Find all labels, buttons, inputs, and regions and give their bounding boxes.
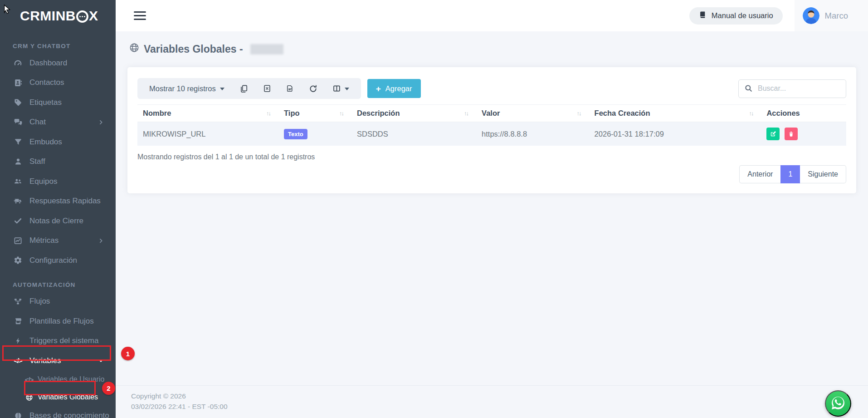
column-header-tipo[interactable]: Tipo↑↓ — [278, 105, 351, 122]
search-input[interactable] — [738, 79, 846, 98]
datetime-text: 03/02/2026 22:41 - EST -05:00 — [131, 402, 856, 412]
gauge-icon — [13, 59, 23, 67]
cell-nombre: MIKROWISP_URL — [137, 122, 278, 146]
tipo-badge: Texto — [284, 129, 307, 139]
fast-truck-icon — [13, 197, 23, 206]
logo-suffix: X — [89, 8, 98, 24]
table-header-row: Nombre↑↓ Tipo↑↓ Descripción↑↓ Valor↑↓ Fe… — [137, 105, 846, 122]
manual-de-usuario-button[interactable]: Manual de usuario — [689, 7, 783, 25]
user-menu[interactable]: Marco — [795, 0, 868, 31]
sidebar-item-embudos[interactable]: Embudos — [0, 132, 116, 152]
page-footer: Copyright © 2026 03/02/2026 22:41 - EST … — [116, 385, 868, 418]
sidebar-section-crm: CRM Y CHATBOT — [0, 32, 116, 53]
tag-icon — [13, 98, 23, 107]
page-content: Variables Globales - Mostrar 10 registro… — [116, 31, 868, 418]
funnel-icon — [13, 138, 23, 146]
records-summary: Mostrando registros del 1 al 1 de un tot… — [137, 153, 846, 161]
hamburger-menu-icon[interactable] — [134, 9, 146, 22]
export-excel-button[interactable] — [263, 84, 271, 93]
copy-button[interactable] — [239, 84, 248, 93]
gear-icon — [13, 256, 23, 265]
sidebar-item-chat[interactable]: Chat — [0, 113, 116, 133]
toolbar-button-group: Mostrar 10 registros — [137, 78, 361, 99]
agregar-button[interactable]: + Agregar — [367, 79, 421, 98]
sidebar-item-contactos[interactable]: Contactos — [0, 73, 116, 93]
show-records-dropdown[interactable]: Mostrar 10 registros — [149, 84, 224, 93]
code-icon: </> — [24, 376, 34, 384]
sidebar-item-bases-conocimiento[interactable]: Bases de conocimiento — [0, 406, 116, 418]
logo-prefix: CRMINB — [20, 8, 76, 24]
cell-valor: https://8.8.8.8 — [476, 122, 589, 146]
column-header-fecha[interactable]: Fecha Creación↑↓ — [589, 105, 761, 122]
variables-card: Mostrar 10 registros + Agregar — [127, 67, 856, 193]
sidebar-item-notas-de-cierre[interactable]: Notas de Cierre — [0, 211, 116, 231]
code-icon: </> — [13, 357, 23, 364]
app-logo-text: CRMINBX — [20, 8, 98, 24]
search-box — [738, 79, 846, 98]
sidebar-item-staff[interactable]: Staff — [0, 152, 116, 172]
book-icon — [699, 11, 707, 20]
annotation-badge-2: 2 — [102, 382, 115, 395]
sidebar-item-etiquetas[interactable]: Etiquetas — [0, 93, 116, 113]
pagination-row: Anterior 1 Siguiente — [137, 165, 846, 183]
sidebar-subitem-variables-usuario[interactable]: </> Variables de Usuario — [0, 371, 116, 388]
cell-tipo: Texto — [278, 122, 351, 146]
delete-button[interactable] — [785, 128, 798, 140]
sidebar-item-dashboard[interactable]: Dashboard — [0, 53, 116, 73]
plus-icon: + — [376, 84, 381, 93]
cell-descripcion: SDSDDS — [351, 122, 476, 146]
sidebar-item-flujos[interactable]: Flujos — [0, 292, 116, 312]
column-header-valor[interactable]: Valor↑↓ — [476, 105, 589, 122]
brain-icon — [13, 412, 23, 418]
export-file-button[interactable] — [286, 84, 294, 93]
edit-button[interactable] — [766, 128, 780, 140]
sidebar-subitem-variables-globales[interactable]: Variables Globales — [0, 388, 116, 406]
whatsapp-icon — [831, 396, 845, 412]
mouse-cursor — [2, 4, 12, 17]
sidebar-item-respuestas-rapidas[interactable]: Respuestas Rapidas — [0, 192, 116, 211]
page-title: Variables Globales - — [129, 43, 856, 55]
sidebar-item-metricas[interactable]: Métricas — [0, 231, 116, 251]
sidebar-item-plantillas[interactable]: Plantillas de Flujos — [0, 311, 116, 331]
sidebar-section-automatizacion: AUTOMATIZACIÓN — [0, 270, 116, 292]
main-column: Manual de usuario Marco Variables Global… — [116, 0, 868, 418]
bolt-icon — [13, 337, 23, 345]
previous-page-button[interactable]: Anterior — [739, 165, 780, 183]
whatsapp-floating-button[interactable] — [825, 390, 851, 417]
sidebar: CRMINBX CRM Y CHATBOT Dashboard Contacto… — [0, 0, 116, 418]
logo-chat-bubble-o-icon — [76, 10, 88, 23]
next-page-button[interactable]: Siguiente — [800, 165, 846, 183]
cell-acciones — [761, 122, 846, 146]
sidebar-item-triggers[interactable]: Triggers del sistema — [0, 331, 116, 351]
columns-visibility-button[interactable] — [332, 84, 349, 93]
check-icon — [13, 216, 23, 225]
flow-diagram-icon — [13, 297, 23, 306]
annotation-badge-1: 1 — [121, 347, 135, 360]
cell-fecha: 2026-01-31 18:17:09 — [589, 122, 761, 146]
column-header-descripcion[interactable]: Descripción↑↓ — [351, 105, 476, 122]
user-icon — [13, 157, 23, 166]
sidebar-item-equipos[interactable]: Equipos — [0, 172, 116, 192]
globe-icon — [24, 393, 34, 401]
page-1-button[interactable]: 1 — [780, 165, 800, 183]
address-book-icon — [13, 79, 23, 87]
table-toolbar: Mostrar 10 registros + Agregar — [137, 78, 846, 99]
sidebar-item-configuracion[interactable]: Configuración — [0, 251, 116, 270]
pagination: Anterior 1 Siguiente — [739, 165, 846, 183]
user-avatar — [803, 7, 819, 24]
refresh-button[interactable] — [309, 84, 317, 93]
column-header-nombre[interactable]: Nombre↑↓ — [137, 105, 278, 122]
sort-icon: ↑↓ — [266, 110, 273, 117]
column-header-acciones: Acciones — [761, 105, 846, 122]
app-root: CRMINBX CRM Y CHATBOT Dashboard Contacto… — [0, 0, 868, 418]
sort-icon: ↑↓ — [464, 110, 471, 117]
sort-icon: ↑↓ — [339, 110, 346, 117]
sidebar-item-variables[interactable]: </> Variables — [0, 351, 116, 371]
chart-line-icon — [13, 236, 23, 245]
sort-icon: ↑↓ — [577, 110, 584, 117]
app-logo[interactable]: CRMINBX — [0, 0, 116, 32]
user-name: Marco — [825, 11, 848, 21]
users-group-icon — [13, 177, 23, 186]
copyright-text: Copyright © 2026 — [131, 391, 856, 401]
chevron-right-icon — [98, 238, 104, 244]
